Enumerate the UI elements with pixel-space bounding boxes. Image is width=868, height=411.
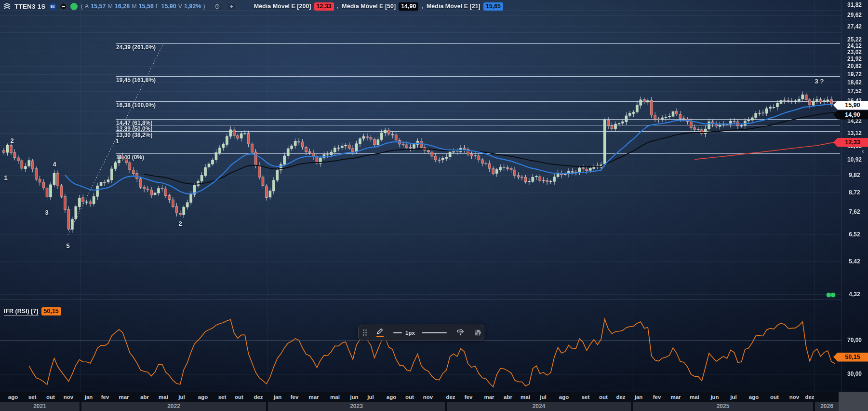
month-label: fev: [653, 393, 661, 401]
paren-open: (: [81, 3, 83, 10]
price-badge-ema50-price: 14,90: [833, 110, 868, 120]
low-value: 15,56: [139, 3, 154, 10]
month-label: nov: [423, 393, 433, 401]
close-value: 15,90: [161, 3, 176, 10]
indicator-legend-ema50[interactable]: Média Móvel E [50] 14,90 ,: [342, 2, 423, 11]
drawing-toolbar[interactable]: 1px: [358, 325, 484, 341]
exchange-logo-icon: B3: [49, 3, 56, 10]
month-label: abr: [140, 393, 149, 401]
bar-replay-button[interactable]: [212, 2, 223, 11]
rsi-title: IFR (RSI) [7]: [4, 308, 39, 315]
month-label: out: [599, 393, 608, 401]
year-label: 2023: [268, 402, 445, 411]
price-tick: 20,82: [842, 62, 867, 70]
month-label: mar: [308, 393, 319, 401]
price-tick: 31,82: [842, 1, 867, 9]
symbol-name: TTEN3: [14, 3, 36, 10]
elliott-wave-label: 2: [10, 137, 13, 144]
month-label: jul: [730, 393, 736, 401]
month-label: out: [770, 393, 779, 401]
market-closed-icon: [60, 3, 67, 10]
open-value: 15,57: [91, 3, 106, 10]
ema200-value-badge: 12,33: [314, 2, 334, 11]
toolbar-drag-handle[interactable]: [361, 328, 368, 337]
add-indicator-button[interactable]: +: [226, 2, 237, 11]
drawing-anchor-point[interactable]: [831, 293, 835, 297]
month-label: jun: [350, 393, 358, 401]
scale-settings-corner[interactable]: [839, 392, 868, 411]
price-scale[interactable]: 31,8229,6227,4225,2224,1223,0221,9220,82…: [841, 0, 868, 392]
year-label: 2026: [815, 402, 839, 411]
ema50-value-badge: 14,90: [399, 2, 418, 11]
month-label: abr: [504, 393, 512, 401]
month-label: dez: [446, 393, 455, 401]
drawing-anchor-point[interactable]: [827, 293, 831, 297]
year-label: 2025: [633, 402, 813, 411]
month-label: jul: [540, 393, 546, 401]
indicator-legend-ema200[interactable]: Média Móvel E [200] 12,33 ,: [254, 2, 339, 11]
price-tick: 17,52: [842, 87, 867, 95]
month-label: set: [218, 393, 227, 401]
trading-chart-window: TTEN3 1S B3 ( A 15,57 M 16,28 M 15,56 F …: [0, 0, 868, 411]
fib-level-label: 13,89 (50,0%): [116, 126, 152, 132]
drag-dots-icon: [362, 329, 367, 336]
elliott-wave-label: 3 ?: [815, 78, 824, 85]
month-label: mar: [670, 393, 681, 401]
time-scale[interactable]: agosetoutnovjanfevmarabrmaijulagosetoutd…: [0, 392, 868, 411]
apply-style-template-button[interactable]: [454, 328, 467, 337]
high-label: M: [107, 3, 112, 10]
month-label: ago: [8, 393, 18, 401]
price-tick: 8,72: [842, 189, 867, 196]
month-label: mai: [521, 393, 530, 401]
year-label: 2021: [0, 402, 80, 411]
pen-color-button[interactable]: [374, 327, 386, 338]
month-label: dez: [805, 393, 814, 401]
price-tick: 18,62: [842, 79, 867, 86]
high-value: 16,28: [115, 3, 130, 10]
elliott-wave-label: 1: [115, 137, 119, 145]
month-label: mar: [119, 393, 129, 401]
line-style-button[interactable]: [420, 331, 449, 334]
rsi-indicator-legend[interactable]: IFR (RSI) [7] 50,15: [4, 307, 61, 315]
fib-level-label: 11,40 (0%): [116, 154, 144, 160]
collapse-scale-arrow[interactable]: ‹: [862, 147, 864, 155]
month-label: set: [582, 393, 590, 401]
month-label: ago: [749, 393, 759, 401]
candlestick-chart-canvas[interactable]: [0, 0, 868, 411]
layouts-icon[interactable]: [3, 2, 11, 11]
price-tick: 9,82: [842, 171, 867, 179]
month-label: mar: [484, 393, 494, 401]
month-label: ago: [198, 393, 208, 401]
year-label: 2024: [447, 402, 631, 411]
elliott-wave-label: 5: [66, 242, 69, 249]
separator: ,: [421, 3, 423, 10]
month-label: jan: [85, 393, 93, 401]
price-tick: 6,52: [842, 231, 867, 238]
year-label: 2022: [81, 402, 266, 411]
price-tick: 5,42: [842, 258, 867, 265]
month-label: jan: [274, 393, 282, 401]
years-row: 202120222023202420252026: [0, 401, 841, 411]
paint-roller-icon: [456, 329, 465, 336]
month-label: mai: [690, 393, 699, 401]
symbol-title[interactable]: TTEN3 1S: [14, 3, 46, 10]
price-tick: 19,72: [842, 70, 867, 78]
line-width-button[interactable]: 1px: [391, 329, 417, 337]
elliott-wave-label: 3: [45, 209, 48, 216]
change-value: 1,92%: [184, 3, 201, 10]
line-style-sample: [422, 332, 447, 333]
settings-button[interactable]: [472, 328, 483, 337]
price-tick: 10,92: [842, 156, 867, 164]
fib-level-label: 13,30 (38,2%): [116, 132, 152, 138]
indicator-legend-ema21[interactable]: Média Móvel E [21] 15,65: [427, 2, 503, 11]
month-label: jan: [635, 393, 643, 401]
month-label: out: [46, 393, 55, 401]
month-label: dez: [616, 393, 625, 401]
rsi-tick: 70,00: [842, 336, 867, 344]
fib-level-label: 19,45 (161,8%): [116, 77, 156, 83]
ema21-name: Média Móvel E [21]: [427, 3, 481, 10]
ema50-name: Média Móvel E [50]: [342, 3, 396, 10]
data-status-icon: [70, 3, 78, 10]
ema21-value-badge: 15,65: [483, 2, 503, 11]
price-badge-ema200-price: 12,33: [833, 138, 868, 147]
